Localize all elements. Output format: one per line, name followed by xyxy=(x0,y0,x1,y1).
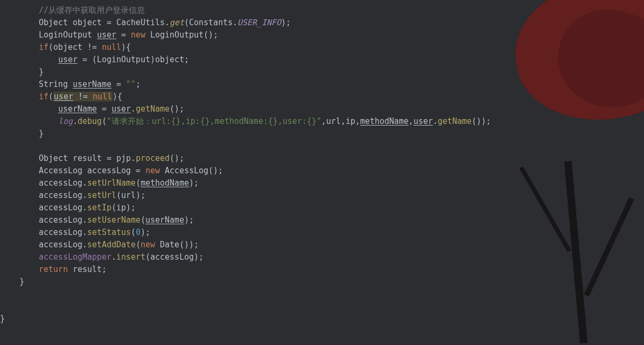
number: 0 xyxy=(136,227,141,237)
code-line: accessLog.setUrlName(methodName); xyxy=(0,178,199,188)
field: accessLogMapper xyxy=(39,252,111,262)
var: accessLog xyxy=(39,240,82,249)
code-line: accessLog.setUserName(userName); xyxy=(0,215,194,225)
var: user xyxy=(97,30,116,40)
var: userName xyxy=(58,104,97,114)
code-line: if(object != null){ xyxy=(0,42,131,52)
keyword: if xyxy=(39,42,48,52)
code-line: accessLog.setUrl(url); xyxy=(0,190,145,200)
type: LoginOutput xyxy=(39,30,92,40)
method: insert xyxy=(116,252,145,262)
method: setUrlName xyxy=(87,178,136,188)
var: object xyxy=(72,18,101,27)
code-line: user = (LoginOutput)object; xyxy=(0,55,189,64)
var: methodName xyxy=(141,178,189,188)
code-line xyxy=(0,289,5,299)
code-line: } xyxy=(0,314,5,324)
code-line: LoginOutput user = new LoginOutput(); xyxy=(0,30,218,40)
constant: USER_INFO xyxy=(238,18,281,27)
type: Object xyxy=(39,153,68,163)
keyword: new xyxy=(145,166,160,175)
code-line: log.debug("请求开始：url:{},ip:{},methodName:… xyxy=(0,116,491,126)
code-editor[interactable]: //从缓存中获取用户登录信息 Object object = CacheUtil… xyxy=(0,0,644,325)
method: proceed xyxy=(136,153,170,163)
var: object xyxy=(155,55,184,64)
var: result xyxy=(72,153,101,163)
method: setUserName xyxy=(87,215,141,225)
keyword: return xyxy=(39,265,68,274)
method: setIp xyxy=(87,203,112,212)
code-line: AccessLog accessLog = new AccessLog(); xyxy=(0,166,223,175)
var: user xyxy=(413,116,433,126)
var: url xyxy=(326,116,341,126)
var: pjp xyxy=(116,153,131,163)
code-line: accessLog.setAddDate(new Date()); xyxy=(0,240,199,249)
var: accessLog xyxy=(39,227,82,237)
type: Date xyxy=(160,240,179,249)
var: object xyxy=(53,42,82,52)
type: AccessLog xyxy=(39,166,82,175)
code-line: } xyxy=(0,67,43,77)
type: Object xyxy=(39,18,68,27)
method: getName xyxy=(438,116,472,126)
code-line: } xyxy=(0,129,43,138)
code-line: if(user != null){ xyxy=(0,92,122,101)
type: LoginOutput xyxy=(150,30,203,40)
code-line: userName = user.getName(); xyxy=(0,104,184,114)
method: getName xyxy=(136,104,170,114)
var: accessLog xyxy=(87,166,131,175)
var: ip xyxy=(346,116,355,126)
var: accessLog xyxy=(39,190,82,200)
type: String xyxy=(39,79,68,89)
var: accessLog xyxy=(39,178,82,188)
cast: (LoginOutput) xyxy=(92,55,155,64)
var: user xyxy=(112,104,131,114)
class: Constants xyxy=(189,18,232,27)
keyword: null xyxy=(102,42,121,52)
var: userName xyxy=(145,215,184,225)
code-line: accessLogMapper.insert(accessLog); xyxy=(0,252,203,262)
var: accessLog xyxy=(150,252,194,262)
type: AccessLog xyxy=(165,166,208,175)
class: CacheUtils xyxy=(116,18,165,27)
code-line: accessLog.setIp(ip); xyxy=(0,203,136,212)
code-line: //从缓存中获取用户登录信息 xyxy=(0,5,145,15)
code-line xyxy=(0,141,5,151)
method: debug xyxy=(78,116,102,126)
field: log xyxy=(58,116,72,126)
string: "请求开始：url:{},ip:{},methodName:{},user:{}… xyxy=(107,116,321,126)
method: get xyxy=(170,18,184,27)
var: user xyxy=(58,55,77,64)
keyword: if xyxy=(39,92,48,101)
string: "" xyxy=(126,79,136,89)
var: result xyxy=(72,265,101,274)
var: url xyxy=(121,190,136,200)
var: methodName xyxy=(360,116,408,126)
var: userName xyxy=(72,79,111,89)
code-line: Object result = pjp.proceed(); xyxy=(0,153,184,163)
method: setStatus xyxy=(87,227,131,237)
code-line: } xyxy=(0,277,24,287)
keyword: null xyxy=(93,92,112,101)
code-line: accessLog.setStatus(0); xyxy=(0,227,150,237)
method: setUrl xyxy=(87,190,116,200)
method: setAddDate xyxy=(87,240,136,249)
code-line xyxy=(0,302,5,311)
keyword: new xyxy=(131,30,145,40)
highlight: user != null xyxy=(53,92,112,101)
code-line: Object object = CacheUtils.get(Constants… xyxy=(0,18,291,27)
code-line: String userName = ""; xyxy=(0,79,141,89)
var: accessLog xyxy=(39,215,82,225)
var: ip xyxy=(116,203,126,212)
var: user xyxy=(54,92,73,101)
code-line: return result; xyxy=(0,265,107,274)
var: accessLog xyxy=(39,203,82,212)
keyword: new xyxy=(141,240,155,249)
comment: //从缓存中获取用户登录信息 xyxy=(39,5,145,15)
